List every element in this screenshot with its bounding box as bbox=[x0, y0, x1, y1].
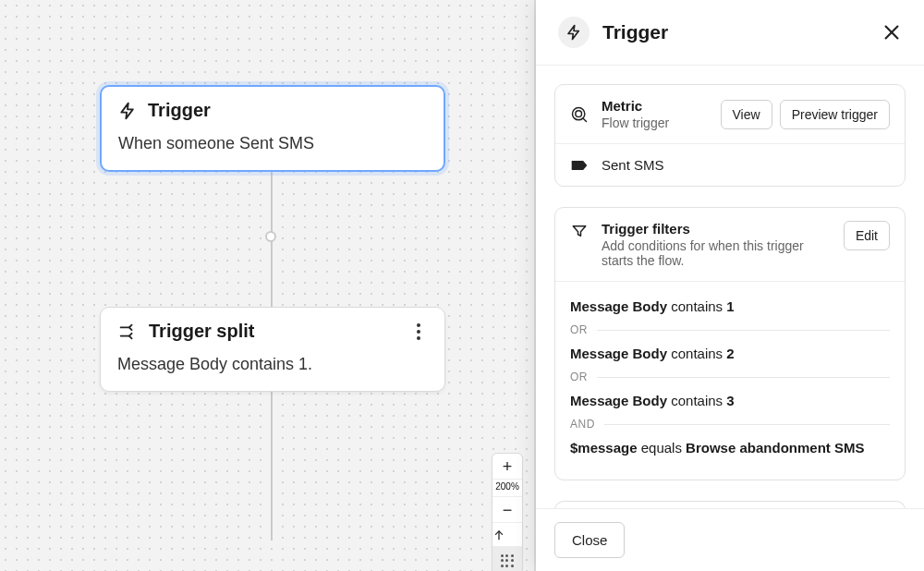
zoom-out-button[interactable]: − bbox=[492, 496, 522, 522]
grid-toggle-button[interactable] bbox=[492, 546, 522, 571]
metric-card: Metric Flow trigger View Preview trigger… bbox=[554, 84, 906, 187]
zoom-level: 200% bbox=[492, 479, 522, 496]
metric-event-name: Sent SMS bbox=[602, 157, 664, 173]
canvas-controls: + 200% − bbox=[492, 453, 523, 571]
close-button[interactable]: Close bbox=[554, 522, 625, 558]
trigger-filters-title: Trigger filters bbox=[602, 221, 823, 237]
filter-icon bbox=[570, 221, 589, 239]
arrow-up-icon bbox=[492, 528, 522, 542]
trigger-filters-card: Trigger filters Add conditions for when … bbox=[554, 207, 906, 480]
view-metric-button[interactable]: View bbox=[721, 100, 772, 129]
more-menu-button[interactable] bbox=[409, 323, 428, 340]
bolt-icon bbox=[118, 101, 137, 121]
panel-body: Metric Flow trigger View Preview trigger… bbox=[536, 66, 924, 508]
fit-view-button[interactable] bbox=[492, 522, 522, 546]
metric-icon bbox=[570, 105, 589, 124]
edit-filters-button[interactable]: Edit bbox=[844, 221, 890, 250]
split-card-title: Trigger split bbox=[149, 321, 254, 342]
filter-row: Message Body contains 3 bbox=[570, 385, 890, 416]
metric-title: Metric bbox=[602, 98, 669, 114]
zoom-in-button[interactable]: + bbox=[492, 454, 522, 479]
panel-header-icon-chip bbox=[558, 17, 590, 48]
filter-row: $message equals Browse abandonment SMS bbox=[570, 432, 890, 463]
panel-title: Trigger bbox=[602, 21, 668, 43]
trigger-card-desc: When someone Sent SMS bbox=[118, 134, 427, 153]
trigger-card-title: Trigger bbox=[148, 100, 211, 121]
panel-footer: Close bbox=[536, 508, 924, 571]
split-icon bbox=[117, 322, 138, 342]
panel-header: Trigger bbox=[536, 0, 924, 66]
plus-icon: + bbox=[503, 457, 513, 476]
connector-node[interactable] bbox=[265, 231, 276, 242]
flow-canvas[interactable]: Trigger When someone Sent SMS Trigger sp… bbox=[0, 0, 536, 571]
more-vertical-icon bbox=[409, 323, 428, 340]
split-card-desc: Message Body contains 1. bbox=[117, 355, 428, 374]
trigger-card[interactable]: Trigger When someone Sent SMS bbox=[100, 85, 445, 172]
minus-icon: − bbox=[503, 501, 513, 519]
close-panel-button[interactable] bbox=[881, 22, 902, 43]
filter-separator: OR bbox=[570, 369, 890, 385]
close-icon bbox=[881, 22, 902, 43]
event-tag-icon bbox=[570, 158, 589, 173]
preview-trigger-button[interactable]: Preview trigger bbox=[780, 100, 890, 129]
svg-point-0 bbox=[576, 110, 582, 116]
filter-separator: OR bbox=[570, 322, 890, 338]
trigger-side-panel: Trigger Metric Flow trigger View bbox=[536, 0, 924, 571]
metric-subtitle: Flow trigger bbox=[602, 115, 669, 130]
flow-filters-card[interactable]: Flow filters bbox=[554, 501, 906, 508]
filter-row: Message Body contains 2 bbox=[570, 338, 890, 369]
filter-separator: AND bbox=[570, 416, 890, 432]
grid-icon bbox=[501, 554, 514, 567]
filter-row: Message Body contains 1 bbox=[570, 291, 890, 322]
trigger-filters-list: Message Body contains 1 OR Message Body … bbox=[555, 281, 905, 480]
trigger-split-card[interactable]: Trigger split Message Body contains 1. bbox=[100, 307, 445, 392]
bolt-icon bbox=[565, 23, 582, 42]
trigger-filters-subtitle: Add conditions for when this trigger sta… bbox=[602, 238, 823, 268]
